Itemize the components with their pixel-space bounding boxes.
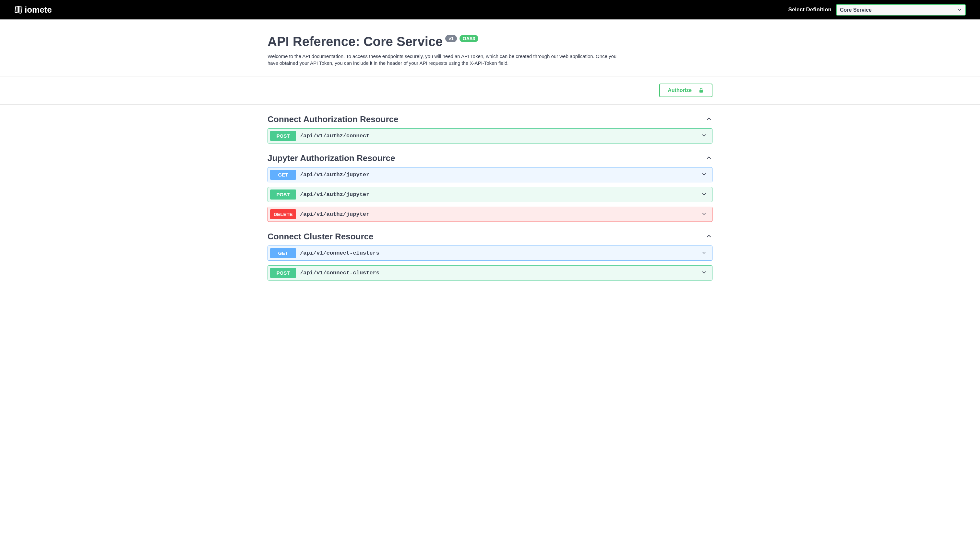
divider (0, 104, 980, 105)
authorize-label: Authorize (668, 87, 692, 93)
chevron-down-icon (701, 171, 710, 179)
chevron-up-icon (705, 233, 713, 241)
section-title: Connect Cluster Resource (267, 231, 374, 242)
method-badge-post: POST (270, 190, 296, 200)
chevron-down-icon (701, 191, 710, 198)
oas-badge: OAS3 (460, 35, 478, 42)
method-badge-get: GET (270, 170, 296, 180)
endpoint-path: /api/v1/authz/jupyter (300, 172, 701, 178)
authorize-row: Authorize (267, 76, 713, 104)
method-badge-get: GET (270, 248, 296, 258)
api-section: Jupyter Authorization ResourceGET/api/v1… (267, 153, 713, 222)
svg-rect-4 (700, 90, 703, 93)
endpoint-row[interactable]: POST/api/v1/authz/connect (267, 128, 713, 144)
chevron-down-icon (701, 132, 710, 140)
version-badge: v1 (445, 35, 457, 42)
logo[interactable]: iomete (14, 5, 52, 15)
api-section: Connect Cluster ResourceGET/api/v1/conne… (267, 231, 713, 281)
endpoint-path: /api/v1/authz/connect (300, 133, 701, 139)
logo-icon (14, 5, 23, 14)
select-definition-label: Select Definition (788, 6, 832, 13)
title-section: API Reference: Core Service v1 OAS3 Welc… (267, 19, 713, 76)
section-title: Jupyter Authorization Resource (267, 153, 395, 163)
method-badge-post: POST (270, 268, 296, 278)
top-header: iomete Select Definition Core Service (0, 0, 980, 19)
endpoint-path: /api/v1/authz/jupyter (300, 211, 701, 217)
chevron-down-icon (701, 269, 710, 277)
definition-select[interactable]: Core Service (836, 4, 966, 16)
chevron-up-icon (705, 154, 713, 163)
section-header[interactable]: Connect Authorization Resource (267, 114, 713, 128)
endpoint-path: /api/v1/connect-clusters (300, 270, 701, 276)
api-section: Connect Authorization ResourcePOST/api/v… (267, 114, 713, 144)
api-description: Welcome to the API documentation. To acc… (267, 53, 624, 67)
method-badge-post: POST (270, 131, 296, 141)
section-title: Connect Authorization Resource (267, 114, 399, 124)
section-header[interactable]: Connect Cluster Resource (267, 231, 713, 246)
section-header[interactable]: Jupyter Authorization Resource (267, 153, 713, 167)
endpoint-path: /api/v1/authz/jupyter (300, 192, 701, 198)
chevron-down-icon (701, 211, 710, 218)
endpoint-row[interactable]: POST/api/v1/connect-clusters (267, 265, 713, 281)
method-badge-delete: DELETE (270, 209, 296, 219)
endpoint-row[interactable]: DELETE/api/v1/authz/jupyter (267, 207, 713, 222)
page-title: API Reference: Core Service (267, 34, 443, 49)
lock-icon (698, 87, 704, 93)
header-right: Select Definition Core Service (788, 4, 966, 16)
chevron-down-icon (701, 249, 710, 257)
authorize-button[interactable]: Authorize (659, 84, 713, 97)
endpoint-path: /api/v1/connect-clusters (300, 250, 701, 256)
endpoint-row[interactable]: GET/api/v1/authz/jupyter (267, 167, 713, 182)
logo-text: iomete (25, 5, 52, 15)
chevron-up-icon (705, 115, 713, 124)
endpoint-row[interactable]: GET/api/v1/connect-clusters (267, 246, 713, 261)
endpoint-row[interactable]: POST/api/v1/authz/jupyter (267, 187, 713, 202)
